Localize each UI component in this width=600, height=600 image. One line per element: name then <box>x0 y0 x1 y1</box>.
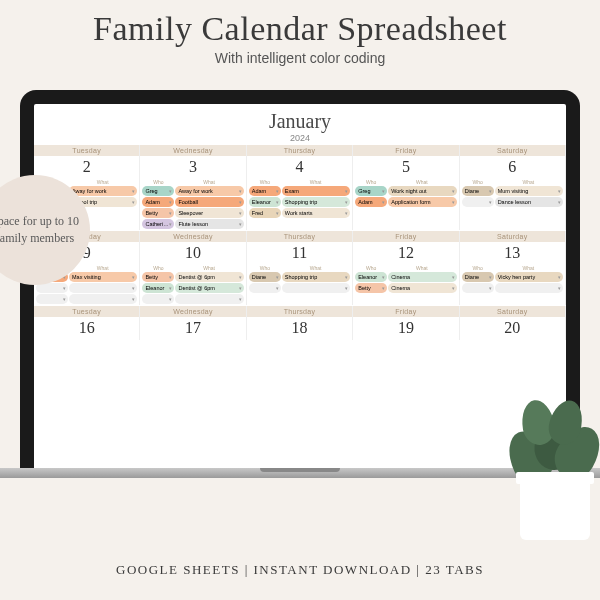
month-header: January 2024 <box>34 104 566 145</box>
calendar-entry: Dance lesson <box>460 197 565 207</box>
who-what-header: WhoWhat <box>353 265 458 272</box>
who-dropdown[interactable]: Adam <box>249 186 281 196</box>
calendar-day: Friday19 <box>353 306 459 340</box>
who-dropdown[interactable] <box>249 283 281 293</box>
calendar-week: Tuesday2WhoWhatAway for workschool tripW… <box>34 145 566 230</box>
what-dropdown[interactable]: Dance lesson <box>495 197 563 207</box>
calendar-entry: EleanorCinema <box>353 272 458 282</box>
what-dropdown[interactable]: Vicky hen party <box>495 272 563 282</box>
what-dropdown[interactable]: Work starts <box>282 208 350 218</box>
day-number: 12 <box>353 242 458 265</box>
what-dropdown[interactable]: Dentist @ 6pm <box>175 283 243 293</box>
day-name-label: Tuesday <box>34 145 139 156</box>
what-dropdown[interactable] <box>495 283 563 293</box>
what-dropdown[interactable] <box>69 283 137 293</box>
what-dropdown[interactable]: Away for work <box>69 186 137 196</box>
day-name-label: Thursday <box>247 306 352 317</box>
day-name-label: Wednesday <box>140 231 245 242</box>
calendar-entry: FredWork starts <box>247 208 352 218</box>
who-dropdown[interactable]: Greg <box>142 186 174 196</box>
calendar-day: Friday12WhoWhatEleanorCinemaBettyCinema <box>353 231 459 305</box>
who-dropdown[interactable]: Betty <box>355 283 387 293</box>
what-dropdown[interactable]: Flute lesson <box>175 219 243 229</box>
calendar-entry: DianeShopping trip <box>247 272 352 282</box>
day-name-label: Wednesday <box>140 306 245 317</box>
what-dropdown[interactable]: Football <box>175 197 243 207</box>
calendar-entry: EleanorDentist @ 6pm <box>140 283 245 293</box>
what-dropdown[interactable] <box>175 294 243 304</box>
product-subtitle: With intelligent color coding <box>0 50 600 66</box>
calendar-entry: GregWork night out <box>353 186 458 196</box>
what-dropdown[interactable]: Cinema <box>388 283 456 293</box>
calendar-entry <box>34 294 139 304</box>
product-title: Family Calendar Spreadsheet <box>0 10 600 48</box>
who-dropdown[interactable]: Diane <box>462 272 494 282</box>
calendar-day: Friday5WhoWhatGregWork night outAdamAppl… <box>353 145 459 230</box>
what-dropdown[interactable]: Sleepover <box>175 208 243 218</box>
who-dropdown[interactable]: Diane <box>249 272 281 282</box>
calendar-entry: DianeVicky hen party <box>460 272 565 282</box>
day-number: 2 <box>34 156 139 179</box>
who-what-header: WhoWhat <box>460 265 565 272</box>
calendar-day: Thursday18 <box>247 306 353 340</box>
who-dropdown[interactable]: Catheri… <box>142 219 174 229</box>
calendar-day: Saturday20 <box>460 306 566 340</box>
product-header: Family Calendar Spreadsheet With intelli… <box>0 0 600 70</box>
who-dropdown[interactable]: Greg <box>355 186 387 196</box>
calendar-entry: DianeMum visiting <box>460 186 565 196</box>
day-name-label: Tuesday <box>34 306 139 317</box>
who-what-header: WhoWhat <box>247 265 352 272</box>
calendar-entry: AdamExam <box>247 186 352 196</box>
day-number: 13 <box>460 242 565 265</box>
calendar-entry: GregAway for work <box>140 186 245 196</box>
who-dropdown[interactable]: Diane <box>462 186 494 196</box>
what-dropdown[interactable]: Max visiting <box>69 272 137 282</box>
who-dropdown[interactable]: Betty <box>142 208 174 218</box>
product-footer: GOOGLE SHEETS | INSTANT DOWNLOAD | 23 TA… <box>0 562 600 578</box>
calendar-day: Saturday13WhoWhatDianeVicky hen party <box>460 231 566 305</box>
day-number: 5 <box>353 156 458 179</box>
what-dropdown[interactable]: Application form <box>388 197 456 207</box>
what-dropdown[interactable]: Exam <box>282 186 350 196</box>
day-number: 19 <box>353 317 458 340</box>
who-dropdown[interactable]: Adam <box>142 197 174 207</box>
what-dropdown[interactable] <box>69 294 137 304</box>
calendar-entry <box>247 283 352 293</box>
calendar-day: Saturday6WhoWhatDianeMum visitingDance l… <box>460 145 566 230</box>
what-dropdown[interactable]: Away for work <box>175 186 243 196</box>
what-dropdown[interactable]: Shopping trip <box>282 272 350 282</box>
plant-decoration <box>500 360 600 540</box>
what-dropdown[interactable]: Shopping trip <box>282 197 350 207</box>
day-name-label: Wednesday <box>140 145 245 156</box>
day-name-label: Friday <box>353 145 458 156</box>
who-dropdown[interactable]: Eleanor <box>355 272 387 282</box>
calendar-day: Wednesday17 <box>140 306 246 340</box>
who-dropdown[interactable]: Adam <box>355 197 387 207</box>
calendar-entry: AdamApplication form <box>353 197 458 207</box>
calendar-entry: Catheri…Flute lesson <box>140 219 245 229</box>
day-name-label: Thursday <box>247 145 352 156</box>
what-dropdown[interactable]: Mum visiting <box>495 186 563 196</box>
what-dropdown[interactable]: Cinema <box>388 272 456 282</box>
year-label: 2024 <box>34 133 566 143</box>
day-number: 6 <box>460 156 565 179</box>
who-dropdown[interactable] <box>462 283 494 293</box>
what-dropdown[interactable]: Dentist @ 6pm <box>175 272 243 282</box>
who-dropdown[interactable]: Eleanor <box>249 197 281 207</box>
calendar-week: Tuesday9WhoWhatAdamMax visitingWednesday… <box>34 231 566 305</box>
day-name-label: Saturday <box>460 145 565 156</box>
who-what-header: WhoWhat <box>353 179 458 186</box>
who-dropdown[interactable] <box>462 197 494 207</box>
day-number: 4 <box>247 156 352 179</box>
day-name-label: Saturday <box>460 306 565 317</box>
what-dropdown[interactable]: Work night out <box>388 186 456 196</box>
who-dropdown[interactable]: Betty <box>142 272 174 282</box>
who-what-header: WhoWhat <box>247 179 352 186</box>
day-name-label: Saturday <box>460 231 565 242</box>
who-dropdown[interactable]: Eleanor <box>142 283 174 293</box>
who-dropdown[interactable] <box>36 294 68 304</box>
what-dropdown[interactable] <box>282 283 350 293</box>
who-dropdown[interactable]: Fred <box>249 208 281 218</box>
who-dropdown[interactable] <box>142 294 174 304</box>
who-what-header: WhoWhat <box>140 179 245 186</box>
